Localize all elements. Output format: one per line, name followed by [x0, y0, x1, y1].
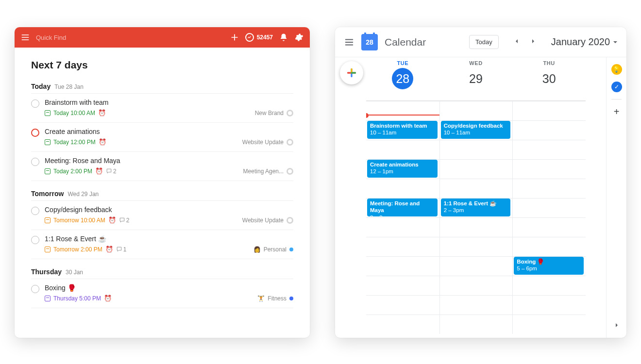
- nav-arrows: [509, 35, 540, 50]
- event-time: 2 – 3pm: [444, 207, 508, 214]
- task-project[interactable]: New Brand: [255, 110, 293, 116]
- task-checkbox[interactable]: [31, 129, 39, 137]
- day-column[interactable]: Copy/design feedback10 – 11am1:1 Rose & …: [439, 101, 513, 334]
- project-emoji: 👩: [253, 246, 261, 253]
- project-label: Fitness: [268, 295, 287, 302]
- event-time: 5 – 6pm: [517, 265, 581, 272]
- day-header[interactable]: WED29: [439, 57, 513, 100]
- project-dot: [289, 248, 293, 251]
- today-button[interactable]: Today: [469, 35, 499, 49]
- task-project[interactable]: Meeting Agen...: [243, 168, 293, 175]
- tasks-icon[interactable]: ✓: [611, 82, 622, 92]
- calendar-icon: [45, 296, 51, 301]
- comments-count[interactable]: 1: [116, 246, 127, 253]
- create-button[interactable]: [340, 61, 363, 84]
- calendar-icon: [45, 139, 51, 145]
- comments-count[interactable]: 2: [119, 217, 130, 224]
- task-item[interactable]: Brainstorm with teamToday 10:00 AM ⏰New …: [31, 94, 293, 123]
- task-time: Today 10:00 AM: [53, 110, 95, 116]
- task-project[interactable]: Website Update: [242, 139, 293, 146]
- calendar-event[interactable]: Brainstorm with team10 – 11am: [367, 121, 438, 139]
- group-date: Wed 29 Jan: [67, 191, 99, 198]
- event-title: Create animations: [370, 161, 435, 168]
- task-time: Thursday 5:00 PM: [53, 295, 101, 302]
- menu-icon[interactable]: [344, 37, 354, 48]
- task-checkbox[interactable]: [31, 99, 39, 108]
- calendar-header: 28 Calendar Today January 2020: [335, 27, 626, 57]
- day-header[interactable]: THU30: [512, 57, 586, 100]
- task-item[interactable]: Create animationsToday 12:00 PM ⏰Website…: [31, 123, 293, 152]
- event-title: Boxing 🥊: [517, 258, 581, 265]
- event-title: Brainstorm with team: [370, 122, 435, 129]
- task-project[interactable]: 🏋️Fitness: [257, 295, 293, 302]
- alarm-icon: ⏰: [99, 138, 106, 146]
- group-name: Tomorrow: [31, 190, 64, 198]
- event-title: Copy/design feedback: [444, 122, 508, 129]
- addons-plus-icon[interactable]: +: [607, 106, 626, 117]
- calendar-icon: [45, 217, 51, 223]
- calendar-scroll[interactable]: 9 AM10 AM11 AM12 PM1 PM2 PM3 PM4 PM5 PM6…: [366, 101, 586, 338]
- day-header[interactable]: TUE28: [366, 57, 439, 100]
- task-title: Boxing 🥊: [45, 284, 293, 292]
- calendar-logo: 28: [361, 34, 378, 50]
- project-label: Meeting Agen...: [243, 168, 284, 175]
- project-label: New Brand: [255, 110, 284, 116]
- task-time: Today 2:00 PM: [53, 168, 92, 175]
- task-checkbox[interactable]: [31, 236, 39, 244]
- event-time: 10 – 11am: [370, 129, 435, 136]
- add-task-button[interactable]: [230, 33, 239, 42]
- group-name: Thursday: [31, 268, 62, 276]
- todoist-header: Quick Find 52457: [15, 27, 310, 48]
- alarm-icon: ⏰: [95, 167, 103, 175]
- task-project[interactable]: Website Update: [242, 217, 293, 224]
- task-item[interactable]: Meeting: Rose and MayaToday 2:00 PM ⏰ 2M…: [31, 152, 293, 181]
- calendar-event[interactable]: 1:1 Rose & Evert ☕2 – 3pm: [441, 199, 511, 216]
- task-title: Create animations: [45, 128, 293, 135]
- now-indicator: [366, 115, 439, 116]
- task-checkbox[interactable]: [31, 207, 39, 215]
- task-item[interactable]: Boxing 🥊Thursday 5:00 PM ⏰🏋️Fitness: [31, 279, 293, 308]
- calendar-event[interactable]: Create animations12 – 1pm: [367, 160, 438, 178]
- day-of-week: WED: [439, 60, 513, 66]
- task-title: Meeting: Rose and Maya: [45, 157, 293, 165]
- day-column[interactable]: Brainstorm with team10 – 11amCreate anim…: [366, 101, 439, 334]
- group-header: TodayTue 28 Jan: [31, 83, 293, 94]
- day-number: 28: [392, 68, 413, 89]
- quick-find-input[interactable]: Quick Find: [36, 34, 66, 41]
- collapse-rail-icon[interactable]: [607, 321, 626, 331]
- task-checkbox[interactable]: [31, 285, 39, 293]
- assignee-avatar: [287, 139, 293, 146]
- date-range[interactable]: January 2020: [551, 36, 618, 48]
- day-column[interactable]: Boxing 🥊5 – 6pm: [512, 101, 586, 334]
- prev-button[interactable]: [509, 35, 524, 50]
- day-of-week: TUE: [366, 60, 439, 66]
- karma-value: 52457: [257, 34, 273, 41]
- group-name: Today: [31, 83, 51, 90]
- task-time: Today 12:00 PM: [53, 139, 96, 146]
- assignee-avatar: [287, 168, 293, 175]
- calendar-event[interactable]: Boxing 🥊5 – 6pm: [514, 257, 584, 275]
- calendar-icon: [45, 247, 51, 252]
- settings-icon[interactable]: [294, 33, 304, 42]
- karma-icon: [245, 33, 254, 42]
- calendar-event[interactable]: Meeting: Rose and Maya2 – 3pm: [367, 199, 438, 216]
- left-rail: [335, 57, 366, 338]
- keep-icon[interactable]: 💡: [611, 64, 622, 75]
- alarm-icon: ⏰: [108, 216, 116, 224]
- right-rail: 💡 ✓ +: [606, 57, 626, 338]
- menu-icon[interactable]: [20, 33, 30, 42]
- task-checkbox[interactable]: [31, 158, 39, 166]
- task-item[interactable]: Copy/design feedbackTomorrow 10:00 AM ⏰ …: [31, 201, 293, 230]
- calendar-icon: [45, 110, 51, 116]
- todoist-app: Quick Find 52457 Next 7 days TodayTue 28…: [15, 27, 310, 338]
- next-button[interactable]: [526, 35, 540, 50]
- task-project[interactable]: 👩Personal: [253, 246, 293, 253]
- comments-count[interactable]: 2: [106, 168, 117, 175]
- notifications-icon[interactable]: [279, 33, 288, 42]
- karma-score[interactable]: 52457: [245, 33, 273, 42]
- day-number: 29: [465, 68, 487, 89]
- calendar-event[interactable]: Copy/design feedback10 – 11am: [441, 121, 511, 139]
- event-time: 12 – 1pm: [370, 168, 435, 175]
- task-item[interactable]: 1:1 Rose & Evert ☕Tomorrow 2:00 PM ⏰ 1👩P…: [31, 230, 293, 259]
- calendar-grid: GMT+01 TUE28WED29THU30 9 AM10 AM11 AM12 …: [366, 57, 606, 338]
